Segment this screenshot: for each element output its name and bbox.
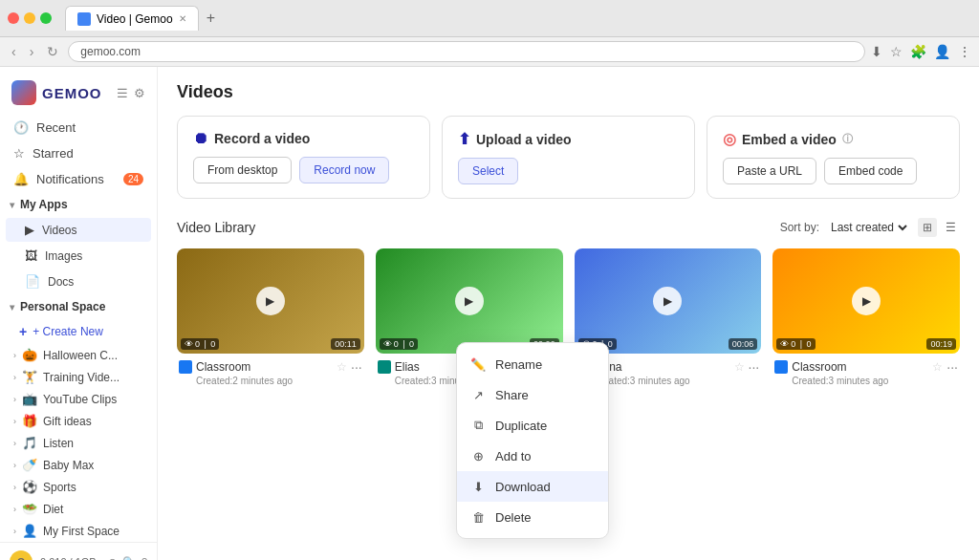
- rename-icon: ✏️: [470, 356, 486, 372]
- sidebar-item-docs[interactable]: 📄 Docs: [6, 269, 151, 293]
- video-card-0[interactable]: ▶ 👁0 | 0 00:11 Classroom ☆ ···: [177, 248, 364, 389]
- close-window-btn[interactable]: [8, 12, 19, 24]
- ps-chevron-listen: ›: [13, 439, 16, 448]
- footer-add-icon[interactable]: ⊕: [108, 556, 117, 561]
- star-button-3[interactable]: ☆: [932, 360, 943, 374]
- grid-view-icon[interactable]: ⊞: [918, 218, 937, 237]
- duplicate-icon: ⧉: [470, 418, 486, 433]
- footer-search-icon[interactable]: 🔍: [122, 556, 136, 561]
- browser-nav-icons: ⬇ ☆ 🧩 👤 ⋮: [871, 44, 971, 59]
- sidebar-item-starred[interactable]: ☆ Starred: [0, 140, 157, 166]
- ps-item-myfirstspace[interactable]: › 👤 My First Space: [0, 520, 157, 542]
- settings-icon[interactable]: ⚙: [134, 86, 145, 100]
- my-apps-label: My Apps: [20, 198, 68, 211]
- bookmark-icon[interactable]: ☆: [890, 44, 903, 59]
- play-button-1[interactable]: ▶: [455, 287, 484, 315]
- personal-space-chevron: ▾: [10, 302, 14, 312]
- add-to-label: Add to: [495, 449, 532, 463]
- duration-badge-2: 00:06: [729, 338, 758, 350]
- ps-item-diet[interactable]: › 🥗 Diet: [0, 498, 157, 520]
- notifications-badge: 24: [123, 173, 143, 185]
- embed-card-buttons: Paste a URL Embed code: [723, 158, 944, 184]
- sidebar-videos-label: Videos: [42, 224, 76, 237]
- ps-item-halloween[interactable]: › 🎃 Halloween C...: [0, 344, 157, 366]
- ps-chevron-diet: ›: [13, 505, 16, 514]
- play-button-3[interactable]: ▶: [852, 287, 881, 315]
- sort-select[interactable]: Last created: [827, 220, 910, 235]
- doc-icon: 📄: [25, 274, 40, 289]
- action-cards: ⏺ Record a video From desktop Record now…: [177, 116, 960, 199]
- sidebar-images-label: Images: [45, 249, 82, 263]
- more-button-3[interactable]: ···: [946, 359, 958, 375]
- back-button[interactable]: ‹: [8, 42, 20, 61]
- minimize-window-btn[interactable]: [24, 12, 35, 24]
- thumb-overlay-3: 👁0 | 0 00:19: [776, 338, 956, 350]
- ps-item-sports[interactable]: › ⚽ Sports: [0, 476, 157, 498]
- gift-emoji: 🎁: [22, 414, 37, 428]
- menu-item-delete[interactable]: 🗑 Delete: [457, 502, 608, 532]
- sidebar-item-videos[interactable]: ▶ Videos: [6, 218, 151, 242]
- sidebar-item-notifications[interactable]: 🔔 Notifications 24: [0, 166, 157, 192]
- menu-item-duplicate[interactable]: ⧉ Duplicate: [457, 410, 608, 441]
- address-bar[interactable]: gemoo.com: [68, 41, 865, 62]
- ps-item-babymax[interactable]: › 🍼 Baby Max: [0, 454, 157, 476]
- upload-icon: ⬆: [458, 130, 470, 148]
- sidebar-footer: G 0.010 / 1GB ⊕ 🔍 ?: [0, 542, 157, 560]
- profile-icon[interactable]: 👤: [934, 44, 950, 59]
- play-button-2[interactable]: ▶: [653, 287, 682, 315]
- menu-item-share[interactable]: ↗ Share: [457, 379, 608, 410]
- forward-button[interactable]: ›: [26, 42, 38, 61]
- tab-label: Video | Gemoo: [97, 12, 173, 26]
- sidebar-docs-label: Docs: [48, 275, 74, 289]
- star-button-0[interactable]: ☆: [337, 360, 347, 374]
- hamburger-icon[interactable]: ☰: [117, 86, 128, 100]
- sidebar-recent-label: Recent: [36, 120, 76, 135]
- embed-card-title: ◎ Embed a video ⓘ: [723, 130, 944, 148]
- sidebar-item-recent[interactable]: 🕐 Recent: [0, 115, 157, 140]
- new-tab-button[interactable]: +: [199, 6, 223, 31]
- video-info-0: Classroom ☆ ··· Created:2 minutes ago: [177, 354, 364, 389]
- ps-item-listen[interactable]: › 🎵 Listen: [0, 432, 157, 454]
- select-button[interactable]: Select: [458, 158, 518, 184]
- personal-space-section[interactable]: ▾ Personal Space: [0, 294, 157, 319]
- ps-diet-label: Diet: [43, 503, 63, 516]
- footer-help-icon[interactable]: ?: [141, 556, 147, 561]
- menu-item-add-to[interactable]: ⊕ Add to: [457, 441, 608, 471]
- paste-url-button[interactable]: Paste a URL: [723, 158, 816, 184]
- embed-code-button[interactable]: Embed code: [824, 158, 917, 184]
- listen-emoji: 🎵: [22, 436, 37, 450]
- browser-tabs: Video | Gemoo ✕ +: [65, 6, 223, 31]
- list-view-icon[interactable]: ☰: [941, 218, 960, 237]
- platform-icon-1: [378, 360, 391, 374]
- download-menu-icon: ⬇: [470, 479, 486, 494]
- video-card-3[interactable]: ▶ 👁0 | 0 00:19 Classroom ☆ ···: [772, 248, 960, 389]
- create-new-button[interactable]: + + Create New: [0, 319, 157, 344]
- menu-item-rename[interactable]: ✏️ Rename: [457, 349, 608, 379]
- footer-icons: ⊕ 🔍 ?: [108, 556, 147, 561]
- ps-gift-label: Gift ideas: [43, 415, 92, 428]
- tab-close-icon[interactable]: ✕: [179, 13, 186, 24]
- ps-item-gift[interactable]: › 🎁 Gift ideas: [0, 410, 157, 432]
- library-header: Video Library Sort by: Last created ⊞ ☰: [177, 218, 960, 237]
- star-button-2[interactable]: ☆: [734, 360, 745, 374]
- babymax-emoji: 🍼: [22, 458, 37, 472]
- more-button-2[interactable]: ···: [749, 359, 760, 375]
- more-button-0[interactable]: ···: [351, 359, 362, 375]
- sidebar-item-images[interactable]: 🖼 Images: [6, 244, 151, 268]
- my-apps-section[interactable]: ▾ My Apps: [0, 192, 157, 217]
- maximize-window-btn[interactable]: [40, 12, 52, 24]
- ps-item-training[interactable]: › 🏋️ Training Vide...: [0, 366, 157, 388]
- record-now-button[interactable]: Record now: [299, 157, 389, 183]
- active-tab[interactable]: Video | Gemoo ✕: [65, 6, 199, 31]
- menu-item-download[interactable]: ⬇ Download: [457, 471, 608, 502]
- menu-icon[interactable]: ⋮: [958, 44, 971, 59]
- ps-sports-label: Sports: [43, 481, 76, 494]
- refresh-button[interactable]: ↻: [43, 42, 62, 61]
- upload-title-label: Upload a video: [476, 132, 572, 147]
- from-desktop-button[interactable]: From desktop: [193, 157, 292, 183]
- sidebar-header: GEMOO ☰ ⚙: [0, 75, 157, 115]
- play-button-0[interactable]: ▶: [256, 287, 285, 315]
- video-thumb-2: ▶ 👁0 | 0 00:06: [575, 248, 762, 354]
- ps-item-youtube[interactable]: › 📺 YouTube Clips: [0, 388, 157, 410]
- add-to-icon: ⊕: [470, 448, 486, 463]
